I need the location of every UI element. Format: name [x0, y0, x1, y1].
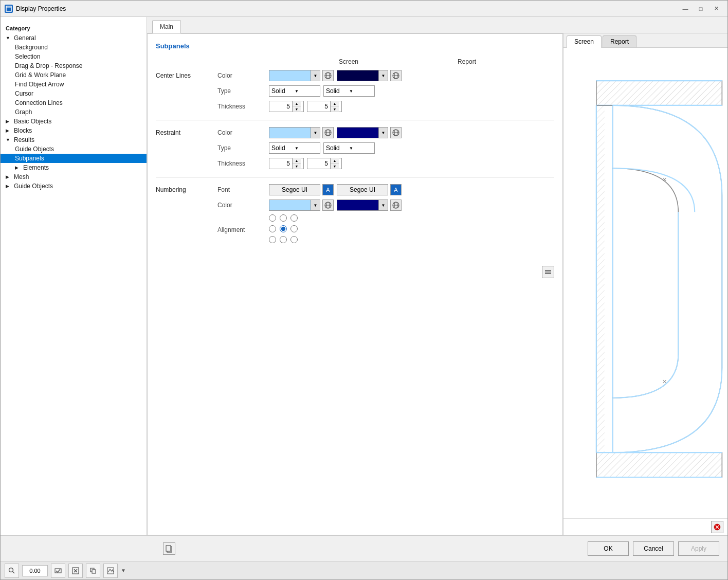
taskbar-search-btn[interactable] [5, 564, 19, 578]
align-middle-center[interactable] [280, 225, 287, 232]
numbering-screen-globe-icon[interactable] [322, 200, 334, 211]
restraint-report-globe-icon[interactable] [390, 127, 402, 138]
restraint-screen-thickness-down[interactable]: ▼ [293, 164, 301, 169]
sidebar-item-blocks[interactable]: ▶ Blocks [1, 126, 147, 135]
numbering-report-color-select[interactable]: ▼ [337, 200, 388, 211]
center-lines-report-thickness-ctrl: ▲ ▼ [307, 101, 342, 112]
sidebar-item-basic-objects[interactable]: ▶ Basic Objects [1, 117, 147, 126]
numbering-screen-font-btn[interactable]: Segoe UI [269, 184, 320, 195]
sidebar-item-guide-objects-r[interactable]: Guide Objects [1, 144, 147, 154]
restraint-screen-globe-icon[interactable] [322, 127, 334, 138]
center-lines-report-thickness-input[interactable]: ▲ ▼ [307, 101, 342, 112]
center-lines-report-color-arrow[interactable]: ▼ [378, 70, 388, 81]
taskbar-btn-2[interactable] [51, 564, 65, 578]
minimize-button[interactable]: — [678, 4, 693, 14]
sidebar-item-results[interactable]: ▼ Results [1, 135, 147, 144]
align-middle-left[interactable] [269, 225, 276, 232]
preview-close-icon[interactable] [711, 521, 723, 533]
sidebar-item-connection-lines[interactable]: Connection Lines [1, 98, 147, 107]
numbering-screen-color-arrow[interactable]: ▼ [311, 200, 320, 210]
sep-1 [156, 120, 554, 120]
restraint-report-thickness-spinners: ▲ ▼ [330, 158, 339, 169]
sidebar-item-label-basic-objects: Basic Objects [14, 118, 51, 125]
taskbar-coord-field[interactable] [22, 565, 48, 576]
copy-icon-btn[interactable] [163, 542, 175, 555]
sidebar-item-general[interactable]: ▼ General [1, 33, 147, 43]
restraint-screen-thickness-up[interactable]: ▲ [293, 158, 301, 164]
center-lines-report-color-select[interactable]: ▼ [337, 70, 388, 81]
numbering-report-font-btn[interactable]: Segoe UI [337, 184, 388, 195]
restraint-screen-thickness-field[interactable] [269, 160, 292, 167]
numbering-report-globe-icon[interactable] [390, 200, 402, 211]
align-middle-right[interactable] [290, 225, 298, 232]
sidebar-item-drag-drop[interactable]: Drag & Drop - Response [1, 61, 147, 70]
taskbar-btn-5[interactable] [103, 564, 118, 578]
center-lines-report-type-select[interactable]: Solid ▼ [323, 85, 375, 97]
numbering-screen-color-select[interactable]: ▼ [269, 200, 320, 211]
restraint-screen-type-select[interactable]: Solid ▼ [269, 142, 320, 154]
numbering-screen-font-icon[interactable]: A [322, 184, 334, 195]
tab-main[interactable]: Main [152, 20, 181, 33]
restraint-report-color-select[interactable]: ▼ [337, 127, 388, 138]
center-lines-report-thickness-up[interactable]: ▲ [331, 101, 339, 106]
restraint-report-thickness-field[interactable] [307, 160, 330, 167]
sidebar-item-subpanels[interactable]: Subpanels [1, 154, 147, 163]
align-bottom-right[interactable] [290, 236, 298, 243]
center-lines-screen-type-select[interactable]: Solid ▼ [269, 85, 320, 97]
sidebar-item-label-grid-work-plane: Grid & Work Plane [15, 71, 66, 79]
restraint-screen-thickness-input[interactable]: ▲ ▼ [269, 158, 304, 169]
apply-button[interactable]: Apply [678, 541, 719, 556]
center-lines-screen-thickness-up[interactable]: ▲ [293, 101, 301, 106]
svg-point-49 [9, 568, 13, 572]
close-button[interactable]: ✕ [709, 4, 723, 14]
sidebar-item-find-object-arrow[interactable]: Find Object Arrow [1, 80, 147, 89]
sidebar-item-label-blocks: Blocks [14, 127, 32, 134]
center-lines-screen-thickness-input[interactable]: ▲ ▼ [269, 101, 304, 112]
sidebar-item-graph[interactable]: Graph [1, 107, 147, 117]
numbering-report-color-arrow[interactable]: ▼ [378, 200, 388, 210]
sidebar-item-background[interactable]: Background [1, 43, 147, 52]
restraint-report-type-select[interactable]: Solid ▼ [323, 142, 375, 154]
sidebar-item-elements[interactable]: ▶ Elements [1, 163, 147, 172]
center-lines-screen-thickness-ctrl: ▲ ▼ [269, 101, 304, 112]
center-lines-report-thickness-field[interactable] [307, 103, 330, 110]
sidebar-item-selection[interactable]: Selection [1, 52, 147, 61]
sidebar-item-guide-objects-top[interactable]: ▶ Guide Objects [1, 182, 147, 191]
center-lines-screen-globe-icon[interactable] [322, 70, 334, 81]
sidebar-item-mesh[interactable]: ▶ Mesh [1, 172, 147, 182]
preview-tab-report[interactable]: Report [603, 35, 636, 47]
restraint-screen-color-select[interactable]: ▼ [269, 127, 320, 138]
center-lines-report-globe-icon[interactable] [390, 70, 402, 81]
center-lines-screen-thickness-down[interactable]: ▼ [293, 106, 301, 112]
taskbar-btn-4[interactable] [86, 564, 100, 578]
restraint-screen-color-arrow[interactable]: ▼ [311, 128, 320, 138]
restraint-report-color-arrow[interactable]: ▼ [378, 128, 388, 138]
center-lines-screen-color-select[interactable]: ▼ [269, 70, 320, 81]
restraint-thickness-row: Thickness ▲ ▼ [156, 157, 554, 170]
cancel-button[interactable]: Cancel [633, 541, 674, 556]
restraint-screen-type-value: Solid [271, 144, 295, 152]
ok-button[interactable]: OK [588, 541, 629, 556]
center-lines-report-thickness-down[interactable]: ▼ [331, 106, 339, 112]
numbering-report-font-icon[interactable]: A [390, 184, 402, 195]
preview-tab-screen[interactable]: Screen [567, 35, 602, 48]
align-top-right[interactable] [290, 214, 298, 222]
maximize-button[interactable]: □ [694, 4, 708, 14]
center-lines-report-type-ctrl: Solid ▼ [323, 85, 375, 97]
sidebar-item-cursor[interactable]: Cursor [1, 89, 147, 98]
numbering-report-color-swatch [337, 200, 378, 210]
center-lines-thickness-attr: Thickness [217, 103, 269, 110]
restraint-report-thickness-down[interactable]: ▼ [331, 164, 339, 169]
sidebar-item-grid-work-plane[interactable]: Grid & Work Plane [1, 70, 147, 80]
center-lines-screen-thickness-field[interactable] [269, 103, 292, 110]
align-bottom-center[interactable] [280, 236, 287, 243]
align-top-left[interactable] [269, 214, 276, 222]
align-top-center[interactable] [280, 214, 287, 222]
center-lines-screen-color-arrow[interactable]: ▼ [311, 70, 320, 81]
align-bottom-left[interactable] [269, 236, 276, 243]
restraint-report-thickness-up[interactable]: ▲ [331, 158, 339, 164]
taskbar-btn-3[interactable] [68, 564, 83, 578]
restraint-report-thickness-input[interactable]: ▲ ▼ [307, 158, 342, 169]
form-bottom-icon[interactable] [542, 266, 554, 278]
numbering-font-row: Numbering Font Segoe UI A Segoe UI A [156, 184, 554, 196]
